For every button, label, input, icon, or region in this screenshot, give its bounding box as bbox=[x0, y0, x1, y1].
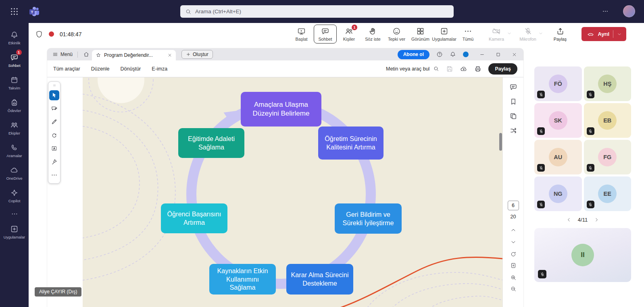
page-up-icon[interactable] bbox=[510, 227, 517, 233]
sidebar-item-etkinlik[interactable]: Etkinlik bbox=[1, 27, 28, 49]
apps-button[interactable]: Uygulamalar bbox=[433, 25, 456, 44]
draw-tool[interactable] bbox=[49, 117, 59, 127]
participant-tile[interactable]: FG bbox=[584, 140, 631, 174]
select-text-tool[interactable] bbox=[49, 143, 59, 154]
tab-close-icon[interactable] bbox=[167, 53, 172, 58]
start-share-button[interactable]: Başlat bbox=[290, 25, 313, 44]
calendar-icon bbox=[10, 76, 19, 84]
document-toolbar: Tüm araçlar Düzenle Dönüştür E-imza Meti… bbox=[47, 60, 523, 77]
sidebar-item-label: Uygulamalar bbox=[4, 235, 25, 239]
people-button[interactable]: 1 Kişiler bbox=[338, 25, 361, 44]
sidebar-item-label: Etkinlik bbox=[8, 41, 20, 45]
text-select-icon bbox=[51, 145, 58, 152]
star-icon[interactable] bbox=[96, 52, 101, 58]
participant-tile[interactable]: HŞ bbox=[584, 66, 631, 101]
tab-title: Program Değerlendir... bbox=[104, 52, 165, 58]
svg-text:T: T bbox=[31, 10, 33, 14]
page-down-icon[interactable] bbox=[510, 239, 517, 245]
titlebar-more-icon[interactable] bbox=[601, 8, 609, 15]
menu-convert[interactable]: Dönüştür bbox=[121, 66, 141, 72]
convert-tools-icon[interactable] bbox=[509, 127, 517, 135]
rotate-refresh-icon[interactable] bbox=[510, 251, 517, 257]
participant-tile[interactable]: FÖ bbox=[534, 66, 582, 101]
sidebar-item-copilot[interactable]: Copilot bbox=[1, 185, 28, 207]
document-canvas[interactable]: Amaçlara Ulaşma Düzeyini Belirleme Öğret… bbox=[83, 77, 502, 307]
spotlight-tile[interactable]: II bbox=[534, 228, 631, 282]
shield-icon[interactable] bbox=[35, 30, 43, 38]
participant-tile[interactable]: SK bbox=[534, 103, 582, 138]
participant-tile[interactable]: EB bbox=[584, 103, 631, 138]
sidebar-item-aramalar[interactable]: Aramalar bbox=[1, 139, 28, 162]
share-up-icon bbox=[556, 27, 565, 35]
print-icon[interactable] bbox=[474, 65, 481, 73]
vertical-scrollbar[interactable] bbox=[499, 133, 502, 151]
document-body: Amaçlara Ulaşma Düzeyini Belirleme Öğret… bbox=[47, 77, 523, 307]
sidebar-more-icon[interactable] bbox=[1, 207, 28, 221]
sidebar-item-uygulamalar[interactable]: Uygulamalar bbox=[1, 221, 28, 243]
participant-tile[interactable]: NG bbox=[534, 176, 582, 211]
sidebar-item-sohbet[interactable]: 1 Sohbet bbox=[1, 49, 28, 72]
comment-tool[interactable] bbox=[49, 104, 59, 114]
chat-button[interactable]: Sohbet bbox=[314, 25, 337, 44]
find-tool-button[interactable]: Metin veya araç bul bbox=[386, 66, 439, 72]
pen-icon bbox=[51, 118, 58, 125]
create-button[interactable]: Oluştur bbox=[181, 50, 213, 59]
sidebar-item-odevler[interactable]: Ödevler bbox=[1, 94, 28, 117]
leave-button[interactable]: Ayrıl bbox=[581, 27, 626, 41]
document-tab[interactable]: Program Değerlendir... bbox=[92, 50, 176, 60]
select-tool[interactable] bbox=[49, 90, 59, 100]
home-icon[interactable] bbox=[83, 51, 90, 58]
menu-button[interactable]: Menü bbox=[50, 52, 75, 57]
document-share-button[interactable]: Paylaş bbox=[488, 63, 517, 75]
minimize-icon[interactable] bbox=[479, 52, 485, 57]
more-tools[interactable] bbox=[49, 170, 59, 180]
chevron-right-icon[interactable] bbox=[594, 217, 599, 222]
chevron-down-icon[interactable] bbox=[617, 32, 622, 37]
profile-avatar[interactable] bbox=[623, 5, 635, 17]
export-page-icon[interactable] bbox=[510, 262, 517, 269]
hamburger-icon bbox=[52, 52, 58, 57]
mic-button[interactable]: Mikrofon bbox=[517, 25, 538, 44]
chevron-down-icon[interactable] bbox=[538, 31, 543, 36]
subscribe-button[interactable]: Abone ol bbox=[398, 50, 429, 59]
notifications-bell-icon[interactable] bbox=[450, 51, 456, 58]
menu-esign[interactable]: E-imza bbox=[152, 66, 167, 72]
diagram-node: Geri Bildirim ve Sürekli İyileştirme bbox=[335, 203, 402, 234]
share-button[interactable]: Paylaş bbox=[549, 25, 571, 44]
view-button[interactable]: Görünüm bbox=[409, 25, 432, 44]
zoom-in-icon[interactable] bbox=[510, 274, 517, 281]
global-search[interactable] bbox=[180, 5, 454, 18]
sidebar-item-label: Takvim bbox=[8, 86, 21, 90]
camera-button[interactable]: Kamera bbox=[486, 25, 507, 44]
bookmarks-icon[interactable] bbox=[509, 97, 517, 106]
pages-icon[interactable] bbox=[509, 112, 517, 120]
zoom-out-icon[interactable] bbox=[510, 286, 517, 292]
app-launcher-icon[interactable] bbox=[10, 7, 19, 16]
participant-tile[interactable]: AU bbox=[534, 140, 582, 174]
react-button[interactable]: Tepki ver bbox=[385, 25, 408, 44]
fill-sign-tool[interactable] bbox=[49, 157, 59, 167]
save-icon[interactable] bbox=[446, 65, 453, 73]
participants-pagination: 4/11 bbox=[534, 217, 631, 223]
sidebar-item-onedrive[interactable]: OneDrive bbox=[1, 162, 28, 185]
more-button[interactable]: Tümü bbox=[456, 25, 479, 44]
chevron-down-icon[interactable] bbox=[507, 31, 512, 36]
comments-icon[interactable] bbox=[509, 83, 517, 91]
menu-edit[interactable]: Düzenle bbox=[91, 66, 110, 72]
maximize-icon[interactable] bbox=[496, 52, 501, 57]
search-input[interactable] bbox=[195, 8, 449, 15]
sidebar-item-ekipler[interactable]: Ekipler bbox=[1, 117, 28, 139]
cloud-upload-icon[interactable] bbox=[460, 65, 467, 73]
presence-avatar[interactable] bbox=[463, 52, 469, 57]
loop-tool[interactable] bbox=[49, 130, 59, 140]
help-icon[interactable] bbox=[436, 51, 443, 58]
close-icon[interactable] bbox=[512, 52, 517, 57]
chevron-left-icon[interactable] bbox=[566, 217, 571, 222]
sidebar-item-takvim[interactable]: Takvim bbox=[1, 72, 28, 94]
chat-badge: 1 bbox=[16, 50, 22, 55]
raise-hand-button[interactable]: Söz iste bbox=[361, 25, 384, 44]
participant-tile[interactable]: EE bbox=[584, 176, 631, 211]
palette-drag-handle[interactable] bbox=[52, 83, 57, 87]
menu-all-tools[interactable]: Tüm araçlar bbox=[53, 66, 80, 72]
current-page-input[interactable]: 6 bbox=[508, 201, 519, 210]
